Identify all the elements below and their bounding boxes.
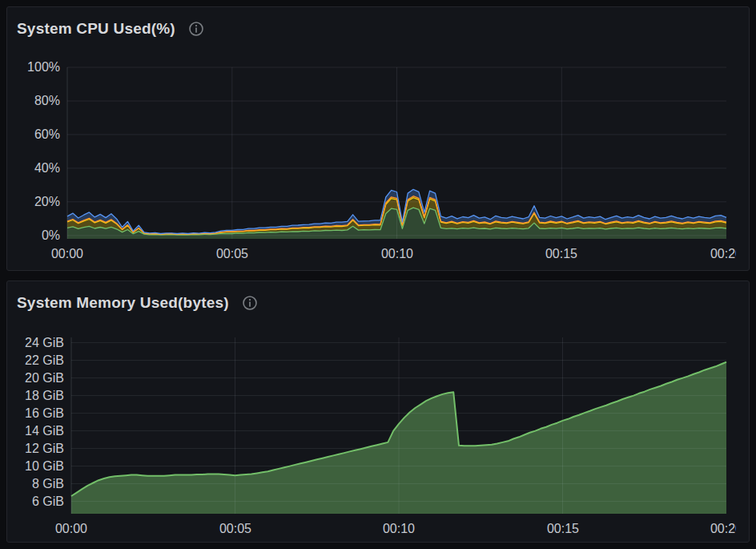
x-tick-label: 00:20 (678, 519, 736, 539)
x-tick-label: 00:00 (23, 519, 119, 539)
panel-header: System CPU Used(%) (17, 18, 204, 40)
info-icon[interactable] (242, 295, 258, 311)
x-tick-label: 00:20 (678, 244, 736, 264)
info-icon[interactable] (188, 21, 204, 37)
panel-title: System Memory Used(bytes) (17, 294, 229, 312)
x-tick-label: 00:10 (349, 244, 445, 264)
y-tick-label: 20 GiB (7, 369, 64, 387)
y-tick-label: 6 GiB (7, 493, 64, 511)
x-tick-label: 00:15 (513, 244, 609, 264)
cpu-chart[interactable] (7, 7, 750, 271)
y-tick-label: 80% (7, 92, 60, 110)
x-tick-label: 00:15 (515, 519, 611, 539)
y-tick-label: 22 GiB (7, 352, 64, 369)
panel-cpu: System CPU Used(%) 0%20%40%60%80%100%00:… (6, 6, 750, 271)
x-tick-label: 00:05 (187, 519, 284, 539)
panel-memory: System Memory Used(bytes) 6 GiB8 GiB10 G… (6, 281, 750, 543)
dashboard-root: { "theme": { "page_bg": "#0c0d10", "pane… (0, 0, 756, 549)
panel-title: System CPU Used(%) (17, 20, 175, 38)
y-tick-label: 24 GiB (7, 334, 64, 352)
y-tick-label: 40% (7, 159, 60, 177)
x-tick-label: 00:05 (184, 244, 280, 264)
memory-chart[interactable] (7, 281, 750, 543)
x-axis-labels: 00:0000:0500:1000:1500:20 (7, 244, 736, 264)
y-tick-label: 18 GiB (7, 387, 64, 405)
x-tick-label: 00:10 (351, 519, 447, 539)
y-tick-label: 14 GiB (7, 422, 64, 440)
y-tick-label: 100% (7, 59, 60, 76)
y-tick-label: 60% (7, 126, 60, 143)
y-tick-label: 8 GiB (7, 475, 64, 493)
y-tick-label: 16 GiB (7, 405, 64, 422)
y-tick-label: 10 GiB (7, 458, 64, 475)
y-tick-label: 12 GiB (7, 440, 64, 458)
x-axis-labels: 00:0000:0500:1000:1500:20 (7, 519, 736, 539)
y-tick-label: 20% (7, 193, 60, 211)
panel-header: System Memory Used(bytes) (17, 292, 258, 314)
y-tick-label: 0% (7, 227, 60, 244)
x-tick-label: 00:00 (19, 244, 115, 264)
